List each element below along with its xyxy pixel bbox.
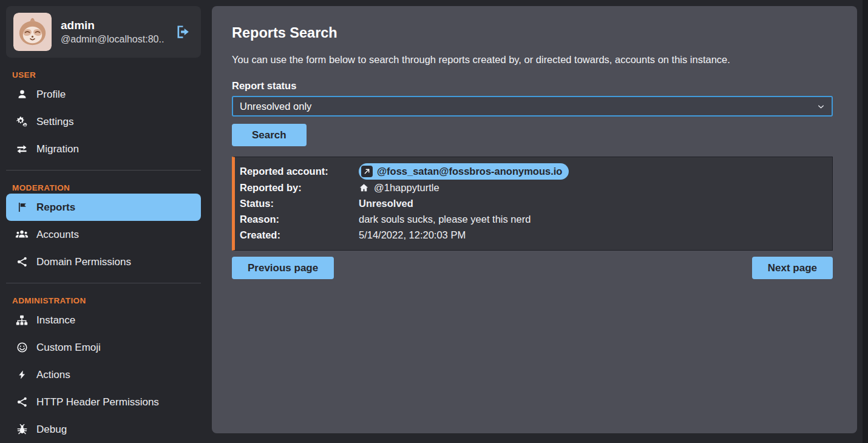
reported-account-handle: @foss_satan@fossbros-anonymous.io bbox=[377, 166, 562, 177]
scrollbar-track[interactable] bbox=[863, 0, 868, 443]
previous-page-button[interactable]: Previous page bbox=[232, 257, 334, 279]
sidebar-item-label: Migration bbox=[36, 143, 79, 155]
username: admin bbox=[61, 19, 164, 32]
sidebar-item-label: Instance bbox=[36, 314, 75, 326]
bug-icon bbox=[15, 424, 29, 435]
divider bbox=[6, 170, 201, 171]
report-reason-value: dark souls sucks, please yeet this nerd bbox=[359, 214, 531, 225]
sidebar-item-label: Accounts bbox=[36, 229, 79, 241]
section-header-user: USER bbox=[12, 70, 201, 79]
report-row-reported-by: Reported by: @1happyturtle bbox=[240, 180, 825, 195]
divider bbox=[6, 283, 201, 283]
report-status-selected-value: Unresolved only bbox=[240, 101, 311, 112]
report-row-label: Reported account: bbox=[240, 166, 359, 177]
reported-by-handle: @1happyturtle bbox=[374, 182, 439, 194]
page: admin @admin@localhost:80... USER Profil… bbox=[0, 0, 868, 443]
user-info: admin @admin@localhost:80... bbox=[61, 19, 164, 45]
sidebar-item-label: HTTP Header Permissions bbox=[36, 396, 159, 408]
sloth-avatar bbox=[13, 13, 52, 51]
user-card[interactable]: admin @admin@localhost:80... bbox=[6, 6, 201, 58]
reported-account-link[interactable]: @foss_satan@fossbros-anonymous.io bbox=[359, 163, 569, 180]
sidebar-item-profile[interactable]: Profile bbox=[6, 81, 201, 108]
sidebar-item-domain-permissions[interactable]: Domain Permissions bbox=[6, 248, 201, 276]
report-row-label: Reported by: bbox=[240, 182, 359, 194]
sidebar-item-label: Profile bbox=[36, 89, 66, 101]
report-card: Reported account: @foss_satan@fossbros-a… bbox=[232, 157, 833, 251]
sidebar-item-label: Custom Emoji bbox=[36, 342, 101, 354]
sidebar-item-actions[interactable]: Actions bbox=[6, 361, 201, 388]
sidebar: admin @admin@localhost:80... USER Profil… bbox=[6, 6, 201, 443]
page-description: You can use the form below to search thr… bbox=[232, 54, 833, 66]
report-status-label: Report status bbox=[232, 80, 833, 92]
external-link-icon bbox=[361, 166, 373, 177]
report-row-status: Status: Unresolved bbox=[240, 195, 825, 211]
sidebar-item-http-header-permissions[interactable]: HTTP Header Permissions bbox=[6, 388, 201, 416]
report-status-select[interactable]: Unresolved only bbox=[232, 96, 833, 117]
sidebar-item-label: Actions bbox=[36, 369, 70, 381]
sidebar-item-settings[interactable]: Settings bbox=[6, 108, 201, 135]
sidebar-item-label: Settings bbox=[36, 116, 73, 128]
sign-out-icon[interactable] bbox=[175, 24, 191, 40]
main-panel: Reports Search You can use the form belo… bbox=[212, 6, 857, 433]
share-nodes-icon bbox=[15, 396, 29, 408]
sidebar-item-label: Domain Permissions bbox=[36, 256, 131, 268]
section-header-moderation: MODERATION bbox=[12, 183, 201, 192]
sidebar-item-migration[interactable]: Migration bbox=[6, 135, 201, 163]
report-row-reason: Reason: dark souls sucks, please yeet th… bbox=[240, 211, 825, 227]
user-icon bbox=[15, 89, 29, 100]
sidebar-item-instance[interactable]: Instance bbox=[6, 306, 201, 334]
report-row-label: Reason: bbox=[240, 214, 359, 225]
gears-icon bbox=[15, 116, 29, 128]
share-nodes-icon bbox=[15, 256, 29, 268]
chevron-down-icon bbox=[817, 103, 825, 110]
nav-user: Profile Settings bbox=[6, 81, 201, 163]
sitemap-icon bbox=[15, 314, 29, 326]
report-row-label: Status: bbox=[240, 198, 359, 209]
sidebar-item-accounts[interactable]: Accounts bbox=[6, 221, 201, 248]
report-row-created: Created: 5/14/2022, 12:20:03 PM bbox=[240, 227, 825, 243]
next-page-button[interactable]: Next page bbox=[752, 257, 833, 279]
user-handle: @admin@localhost:80... bbox=[61, 34, 164, 45]
pagination: Previous page Next page bbox=[232, 257, 833, 279]
nav-administration: Instance Custom Emoji bbox=[6, 306, 201, 443]
report-row-label: Created: bbox=[240, 229, 359, 241]
section-header-administration: ADMINISTRATION bbox=[12, 296, 201, 305]
bolt-icon bbox=[15, 370, 29, 380]
sidebar-item-custom-emoji[interactable]: Custom Emoji bbox=[6, 334, 201, 361]
search-button[interactable]: Search bbox=[232, 124, 307, 146]
report-created-value: 5/14/2022, 12:20:03 PM bbox=[359, 229, 466, 241]
users-icon bbox=[15, 228, 29, 242]
report-status-value: Unresolved bbox=[359, 198, 413, 209]
sidebar-item-reports[interactable]: Reports bbox=[6, 194, 201, 221]
sidebar-item-debug[interactable]: Debug bbox=[6, 416, 201, 443]
house-icon bbox=[359, 183, 369, 193]
smiley-icon bbox=[15, 342, 29, 353]
nav-moderation: Reports Accounts bbox=[6, 194, 201, 276]
exchange-arrows-icon bbox=[15, 143, 29, 155]
page-title: Reports Search bbox=[232, 25, 833, 41]
report-row-reported-account: Reported account: @foss_satan@fossbros-a… bbox=[240, 163, 825, 180]
flag-icon bbox=[15, 201, 29, 213]
sidebar-item-label: Reports bbox=[36, 201, 75, 214]
sidebar-item-label: Debug bbox=[36, 424, 67, 436]
